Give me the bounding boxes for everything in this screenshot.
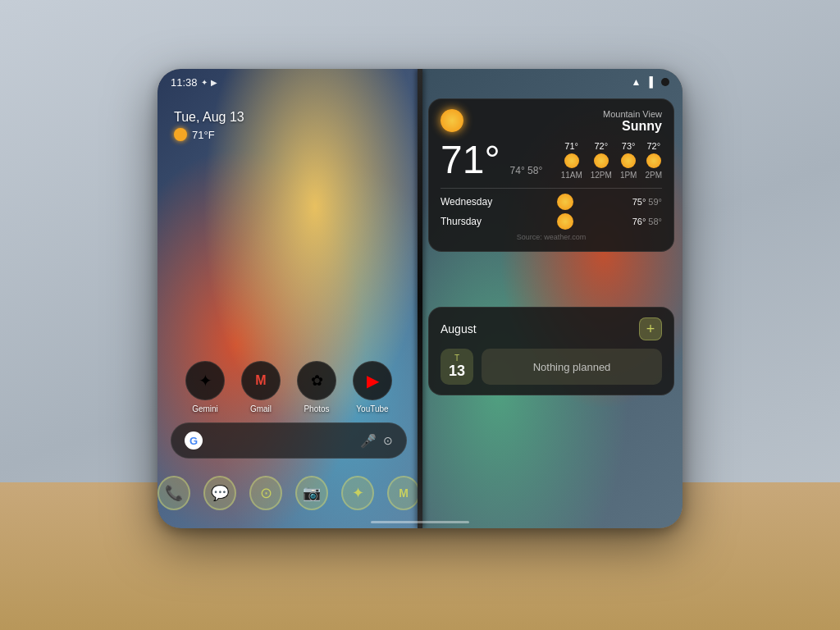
calendar-widget[interactable]: August + T 13 Nothing planned <box>428 307 674 395</box>
camera-hole <box>661 78 669 86</box>
calendar-month: August <box>441 322 477 336</box>
day-name-wed: Wednesday <box>441 196 498 208</box>
app-item-youtube[interactable]: ▶ YouTube <box>353 361 392 413</box>
day-temps-wed: 75° 59° <box>632 197 662 207</box>
weather-main: 71° 74° 58° 71° 11AM <box>441 140 662 180</box>
hourly-temp-2: 73° <box>622 141 636 151</box>
weather-divider <box>441 188 662 189</box>
gmail-label: Gmail <box>250 404 272 413</box>
temp-high: 74° <box>510 165 525 176</box>
app-item-gemini[interactable]: ✦ Gemini <box>185 361 225 413</box>
dock-messages-icon[interactable]: 💬 <box>203 476 236 510</box>
wifi-icon: ▲ <box>632 76 641 88</box>
dock-chrome-icon[interactable]: ⊙ <box>249 476 282 510</box>
dock-mail-icon[interactable]: M <box>387 476 420 510</box>
dock: 📞 💬 ⊙ 📷 ✦ M <box>158 476 420 510</box>
daily-forecast: Wednesday 75° 59° Thursday 76° 58° <box>441 194 662 230</box>
hourly-sun-3 <box>646 153 661 168</box>
nothing-planned-text: Nothing planned <box>533 361 611 373</box>
hourly-item-2: 73° 1PM <box>620 141 637 180</box>
condition-text: Sunny <box>603 119 662 134</box>
google-logo: G <box>185 431 203 450</box>
hourly-temp-1: 72° <box>594 141 608 151</box>
mic-icon[interactable]: 🎤 <box>360 433 377 449</box>
app-item-photos[interactable]: ✿ Photos <box>297 361 336 413</box>
day-low-wed: 59° <box>648 197 662 207</box>
dock-spark-icon[interactable]: ✦ <box>341 476 374 510</box>
fold-line <box>418 69 422 528</box>
temp-low: 58° <box>527 165 542 176</box>
photos-icon[interactable]: ✿ <box>297 361 336 400</box>
hourly-time-3: 2PM <box>645 171 662 180</box>
left-screen: 11:38 ✦ ▶ Tue, Aug 13 71°F ✦ <box>158 69 420 528</box>
gmail-icon[interactable]: M <box>241 361 281 400</box>
calendar-header: August + <box>441 317 662 340</box>
weather-source: Source: weather.com <box>441 233 662 241</box>
hourly-sun-0 <box>564 153 579 168</box>
day-icon-thu <box>557 213 573 230</box>
home-indicator[interactable] <box>371 521 469 523</box>
calendar-add-button[interactable]: + <box>639 317 662 340</box>
battery-icon: ▐ <box>646 76 653 88</box>
photos-label: Photos <box>304 404 329 413</box>
hourly-item-0: 71° 11AM <box>561 141 582 180</box>
date-text: Tue, Aug 13 <box>174 110 244 125</box>
date-widget: Tue, Aug 13 71°F <box>174 110 244 141</box>
play-icon: ▶ <box>211 78 217 87</box>
right-screen: ▲ ▐ Mountain View Sunny <box>420 69 682 528</box>
hourly-time-1: 12PM <box>591 171 612 180</box>
nothing-planned-box: Nothing planned <box>482 349 662 385</box>
hourly-temp-3: 72° <box>646 141 660 151</box>
gemini-label: Gemini <box>192 404 218 413</box>
daily-item-thu: Thursday 76° 58° <box>441 213 662 230</box>
status-bar-left: 11:38 ✦ ▶ <box>158 69 420 95</box>
temp-current: 71° <box>441 140 500 180</box>
temp-range: 74° 58° <box>510 165 543 176</box>
hourly-item-3: 72° 2PM <box>645 141 662 180</box>
date-badge: T 13 <box>441 349 473 385</box>
weather-sun-icon <box>441 109 463 132</box>
hourly-time-2: 1PM <box>620 171 637 180</box>
phone-body: 11:38 ✦ ▶ Tue, Aug 13 71°F ✦ <box>158 69 682 528</box>
time-text: 11:38 <box>171 76 198 89</box>
lens-icon[interactable]: ⊙ <box>383 434 393 447</box>
youtube-label: YouTube <box>356 404 388 413</box>
hourly-temp-0: 71° <box>564 141 578 151</box>
dock-phone-icon[interactable]: 📞 <box>158 476 190 510</box>
day-icon-wed <box>557 194 573 210</box>
app-item-gmail[interactable]: M Gmail <box>241 361 281 413</box>
gemini-icon[interactable]: ✦ <box>185 361 225 400</box>
sun-icon-small <box>174 128 187 141</box>
spark-icon: ✦ <box>201 78 208 87</box>
time-display: 11:38 ✦ ▶ <box>171 76 217 89</box>
weather-location: Mountain View Sunny <box>603 109 662 134</box>
search-bar[interactable]: G 🎤 ⊙ <box>171 422 407 459</box>
phone-device: 11:38 ✦ ▶ Tue, Aug 13 71°F ✦ <box>149 61 691 536</box>
dock-camera-icon[interactable]: 📷 <box>295 476 328 510</box>
hourly-sun-2 <box>621 153 636 168</box>
scene: 11:38 ✦ ▶ Tue, Aug 13 71°F ✦ <box>0 0 840 630</box>
status-bar-right: ▲ ▐ <box>420 69 682 95</box>
day-low-thu: 58° <box>648 217 662 226</box>
hourly-sun-1 <box>594 153 609 168</box>
hourly-forecast: 71° 11AM 72° 12PM 73° <box>561 141 662 180</box>
location-name: Mountain View <box>603 109 662 119</box>
day-letter: T <box>454 354 459 363</box>
day-name-thu: Thursday <box>441 216 498 227</box>
daily-item-wed: Wednesday 75° 59° <box>441 194 662 210</box>
weather-header: Mountain View Sunny <box>441 109 662 134</box>
day-num: 13 <box>449 363 465 380</box>
weather-widget[interactable]: Mountain View Sunny 71° 74° 58° <box>428 98 674 252</box>
weather-small: 71°F <box>174 128 244 141</box>
day-temps-thu: 76° 58° <box>632 217 662 226</box>
app-icons-row: ✦ Gemini M Gmail ✿ Photos ▶ YouTube <box>158 361 420 413</box>
temp-range-block: 74° 58° <box>510 165 543 180</box>
hourly-item-1: 72° 12PM <box>591 141 612 180</box>
status-icons-right: ▲ ▐ <box>632 76 669 88</box>
youtube-icon[interactable]: ▶ <box>353 361 392 400</box>
temp-small: 71°F <box>192 129 215 141</box>
calendar-body: T 13 Nothing planned <box>441 349 662 385</box>
hourly-time-0: 11AM <box>561 171 582 180</box>
